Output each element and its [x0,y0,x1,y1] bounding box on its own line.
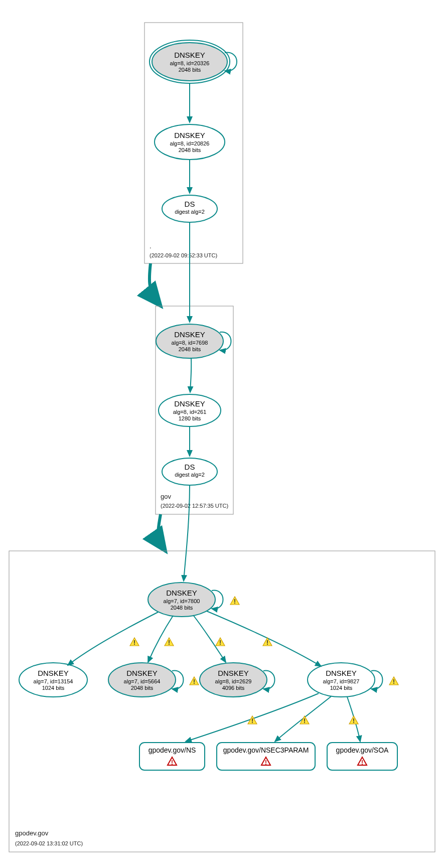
node-line2: 4096 bits [222,685,245,691]
warning-icon: ! [349,716,358,725]
node-root-ds: DS digest alg=2 [162,195,217,222]
node-line1: alg=8, id=2629 [215,678,252,684]
svg-text:!: ! [393,678,395,685]
node-line2: 2048 bits [179,67,201,73]
svg-text:!: ! [304,717,306,725]
edge-zone-root-to-gov [150,263,158,302]
record-label: gpodev.gov/SOA [336,746,389,754]
svg-text:!: ! [193,678,195,685]
warning-icon: ! [165,638,174,646]
node-gov-ds: DS digest alg=2 [162,458,217,485]
node-title: DNSKEY [166,589,197,597]
zone-root-timestamp: (2022-09-02 09:52:33 UTC) [150,252,217,258]
edge-ksk-k4 [207,611,321,666]
zone-domain-timestamp: (2022-09-02 13:31:02 UTC) [15,840,83,846]
node-title: DS [185,200,195,208]
node-dom-k1: DNSKEY alg=7, id=13154 1024 bits [19,663,87,697]
node-line1: alg=7, id=9827 [323,678,360,684]
node-dom-k4: DNSKEY alg=7, id=9827 1024 bits [308,663,383,697]
node-line2: 2048 bits [131,685,154,691]
node-line1: alg=7, id=5664 [124,678,161,684]
node-title: DNSKEY [218,669,249,677]
svg-text:!: ! [265,759,267,766]
node-line1: digest alg=2 [175,209,205,215]
svg-text:!: ! [361,759,363,766]
node-line2: 1280 bits [179,415,201,421]
node-title: DNSKEY [326,669,357,677]
svg-text:!: ! [251,717,253,725]
warning-icon: ! [389,677,398,685]
node-line1: alg=8, id=7698 [172,340,208,346]
warning-icon: ! [230,597,239,605]
node-title: DNSKEY [174,51,205,59]
node-line1: alg=8, id=20826 [170,140,210,147]
node-root-ksk: DNSKEY alg=8, id=20326 2048 bits [150,40,237,83]
edge-zone-gov-to-domain [158,514,163,547]
svg-text:!: ! [234,598,236,605]
node-gov-ksk: DNSKEY alg=8, id=7698 2048 bits [156,324,231,358]
svg-text:!: ! [168,639,170,646]
node-title: DNSKEY [38,669,69,677]
node-title: DNSKEY [174,330,205,339]
zone-gov-timestamp: (2022-09-02 12:57:35 UTC) [161,503,228,509]
node-line1: alg=8, id=20326 [170,60,210,66]
node-dom-ksk: DNSKEY alg=7, id=7800 2048 bits [148,583,223,617]
svg-text:!: ! [171,759,173,766]
record-label: gpodev.gov/NS [149,746,196,754]
node-line2: 2048 bits [171,605,193,611]
svg-text:!: ! [219,639,221,646]
svg-text:!: ! [353,717,355,725]
node-line2: 2048 bits [179,346,201,352]
svg-text:!: ! [133,639,135,646]
node-line2: 1024 bits [330,685,353,691]
zone-domain-label: gpodev.gov [15,829,49,837]
zone-root-label: . [150,242,152,250]
warning-icon: ! [130,638,139,646]
node-line1: alg=7, id=13154 [34,678,73,684]
edge-gov-ksk-to-zsk [190,358,191,392]
node-title: DNSKEY [126,669,158,677]
warning-icon: ! [263,638,272,646]
node-line2: 1024 bits [42,685,65,691]
node-dom-k3: DNSKEY alg=8, id=2629 4096 bits [200,663,275,697]
node-line1: alg=8, id=261 [173,409,207,415]
node-title: DS [185,463,195,471]
node-dom-k2: DNSKEY alg=7, id=5664 2048 bits [108,663,184,697]
node-root-zsk: DNSKEY alg=8, id=20826 2048 bits [155,124,225,160]
node-line1: digest alg=2 [175,472,205,478]
node-gov-zsk: DNSKEY alg=8, id=261 1280 bits [159,394,221,426]
svg-text:!: ! [266,639,268,646]
edge-gov-ds-to-dom-ksk [184,485,190,581]
node-line2: 2048 bits [179,147,201,153]
warning-icon: ! [216,638,225,646]
node-title: DNSKEY [174,399,205,408]
warning-icon: ! [190,677,199,685]
edge-ksk-k1 [68,612,158,665]
zone-gov-label: gov [161,493,171,500]
node-title: DNSKEY [174,131,205,139]
node-line1: alg=7, id=7800 [164,598,200,604]
record-label: gpodev.gov/NSEC3PARAM [223,746,309,754]
dnssec-diagram: . (2022-09-02 09:52:33 UTC) DNSKEY alg=8… [0,0,442,868]
